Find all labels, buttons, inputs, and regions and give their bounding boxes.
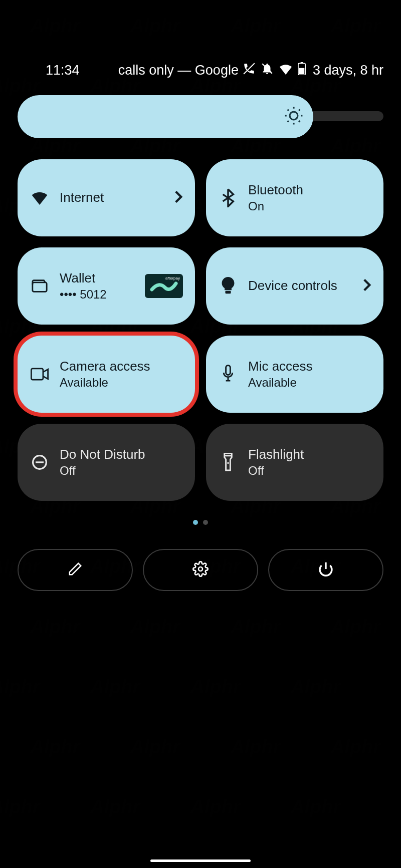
- svg-point-14: [198, 567, 203, 571]
- tile-do-not-disturb[interactable]: Do Not Disturb Off: [18, 424, 195, 501]
- status-bar: 11:34 calls only — Google 3 days, 8 hr: [18, 0, 383, 85]
- flashlight-icon: [218, 453, 238, 472]
- tile-label: Mic access: [248, 359, 371, 374]
- tile-camera-access[interactable]: Camera access Available: [18, 336, 195, 413]
- svg-rect-8: [31, 369, 43, 380]
- wifi-icon: [30, 191, 50, 205]
- chevron-right-icon: [362, 278, 371, 294]
- brightness-slider[interactable]: [18, 95, 383, 138]
- gear-icon: [192, 561, 209, 579]
- power-icon: [318, 561, 334, 579]
- settings-button[interactable]: [143, 549, 258, 591]
- tile-label: Bluetooth: [248, 182, 371, 198]
- page-dot: [203, 520, 208, 525]
- chevron-right-icon: [174, 190, 183, 206]
- tile-label: Internet: [60, 190, 164, 205]
- tile-label: Flashlight: [248, 447, 371, 462]
- home-indicator[interactable]: [150, 859, 251, 862]
- bottom-actions: [18, 549, 383, 591]
- mic-icon: [218, 365, 238, 384]
- tile-sub: Off: [248, 464, 371, 478]
- tile-bluetooth[interactable]: Bluetooth On: [206, 159, 383, 236]
- power-button[interactable]: [268, 549, 383, 591]
- page-dot-active: [193, 520, 198, 525]
- edit-tiles-button[interactable]: [18, 549, 133, 591]
- dnd-off-icon: [261, 62, 274, 79]
- svg-rect-3: [301, 62, 303, 63]
- status-network-text: calls only — Google: [80, 63, 239, 78]
- pagination-dots: [18, 520, 383, 525]
- tile-sub: Available: [248, 376, 371, 390]
- status-battery-text: 3 days, 8 hr: [313, 63, 383, 78]
- tile-mic-access[interactable]: Mic access Available: [206, 336, 383, 413]
- tile-label: Device controls: [248, 278, 352, 294]
- quick-settings-tiles: Internet Bluetooth On Wallet •••• 5012: [18, 159, 383, 501]
- tile-label: Wallet: [60, 270, 135, 286]
- camera-icon: [30, 367, 50, 381]
- svg-rect-4: [299, 68, 305, 74]
- no-calls-icon: [243, 62, 256, 79]
- tile-sub: •••• 5012: [60, 287, 135, 302]
- tile-internet[interactable]: Internet: [18, 159, 195, 236]
- lightbulb-icon: [218, 277, 238, 295]
- tile-label: Do Not Disturb: [60, 447, 183, 462]
- tile-sub: On: [248, 199, 371, 213]
- tile-flashlight[interactable]: Flashlight Off: [206, 424, 383, 501]
- tile-sub: Available: [60, 376, 183, 390]
- bluetooth-icon: [218, 188, 238, 207]
- tile-wallet[interactable]: Wallet •••• 5012 afterpay: [18, 247, 195, 325]
- svg-rect-7: [225, 291, 231, 294]
- status-time: 11:34: [46, 63, 80, 78]
- wifi-icon: [279, 63, 293, 78]
- wallet-card-thumbnail: afterpay: [145, 274, 183, 298]
- wallet-icon: [30, 278, 50, 294]
- tile-label: Camera access: [60, 359, 183, 374]
- svg-rect-9: [226, 365, 231, 375]
- tile-sub: Off: [60, 464, 183, 478]
- battery-icon: [298, 62, 306, 79]
- svg-point-5: [290, 112, 298, 120]
- svg-rect-6: [33, 282, 47, 292]
- brightness-icon: [284, 106, 303, 127]
- dnd-icon: [30, 454, 50, 470]
- tile-device-controls[interactable]: Device controls: [206, 247, 383, 325]
- pencil-icon: [68, 561, 83, 578]
